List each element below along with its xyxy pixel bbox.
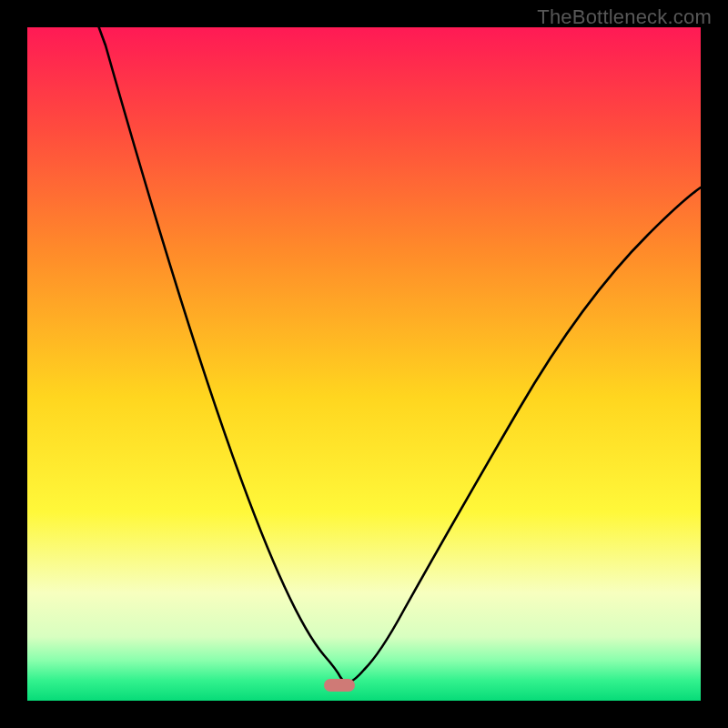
plot-area [27, 27, 701, 701]
curve-path [96, 27, 701, 682]
chart-frame: TheBottleneck.com [0, 0, 728, 728]
watermark-text: TheBottleneck.com [537, 5, 712, 29]
bottleneck-curve [27, 27, 701, 701]
optimum-marker [324, 679, 355, 692]
